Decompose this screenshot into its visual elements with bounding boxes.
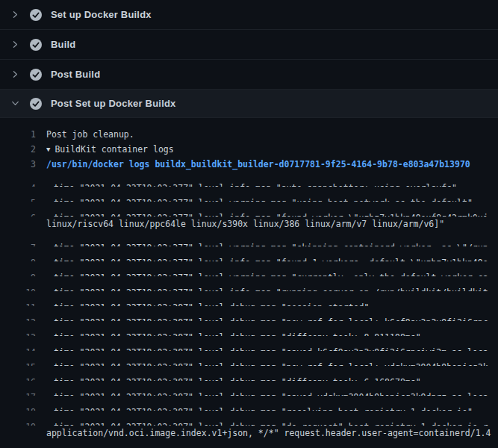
line-number[interactable]: 17 xyxy=(0,390,36,396)
chevron-right-icon xyxy=(9,10,21,19)
line-number[interactable]: 18 xyxy=(0,405,36,411)
line-number[interactable]: 14 xyxy=(0,345,36,351)
log-line: 1Post job cleanup. xyxy=(0,127,498,142)
step-label: Build xyxy=(51,39,76,50)
log-line: 10time="2021-04-23T18:02:37Z" level=info… xyxy=(0,276,498,291)
line-number[interactable]: 7 xyxy=(0,240,36,246)
chevron-right-icon xyxy=(9,40,21,49)
log-line: 6time="2021-04-23T18:02:37Z" level=info … xyxy=(0,202,498,217)
log-text: Post job cleanup. xyxy=(46,127,498,142)
log-line: 16time="2021-04-23T18:02:38Z" level=debu… xyxy=(0,366,498,381)
log-line: 5time="2021-04-23T18:02:37Z" level=warni… xyxy=(0,187,498,202)
line-number[interactable]: 15 xyxy=(0,360,36,366)
log-line: 18time="2021-04-23T18:02:38Z" level=debu… xyxy=(0,396,498,411)
line-number[interactable]: 4 xyxy=(0,181,36,187)
line-number[interactable]: 1 xyxy=(0,127,36,142)
line-number xyxy=(0,217,36,231)
log-text: time="2021-04-23T18:02:37Z" level=info m… xyxy=(46,211,498,217)
log-line: 7time="2021-04-23T18:02:37Z" level=warni… xyxy=(0,231,498,246)
log-area: 1Post job cleanup.2▼BuildKit container l… xyxy=(0,118,498,448)
step-row-set-up-docker-buildx[interactable]: Set up Docker Buildx xyxy=(0,0,498,30)
log-text: time="2021-04-23T18:02:38Z" level=debug … xyxy=(46,300,498,306)
step-list: Set up Docker BuildxBuildPost BuildPost … xyxy=(0,0,498,118)
log-line: 13time="2021-04-23T18:02:38Z" level=debu… xyxy=(0,321,498,336)
line-number xyxy=(0,426,36,441)
line-number[interactable]: 8 xyxy=(0,255,36,261)
step-label: Post Set up Docker Buildx xyxy=(51,98,176,109)
line-number[interactable]: 2 xyxy=(0,142,36,157)
log-text: time="2021-04-23T18:02:37Z" level=info m… xyxy=(46,285,498,291)
log-text: time="2021-04-23T18:02:38Z" level=debug … xyxy=(46,315,498,321)
log-text: time="2021-04-23T18:02:37Z" level=warnin… xyxy=(46,270,498,276)
step-row-build[interactable]: Build xyxy=(0,30,498,60)
line-number[interactable]: 13 xyxy=(0,330,36,336)
step-label: Post Build xyxy=(51,69,100,80)
log-line: application/vnd.oci.image.index.v1+json,… xyxy=(0,426,498,441)
line-number[interactable]: 11 xyxy=(0,300,36,306)
log-text: linux/riscv64 linux/ppc64le linux/s390x … xyxy=(46,217,498,231)
log-text: time="2021-04-23T18:02:38Z" level=debug … xyxy=(46,390,498,396)
log-line: 14time="2021-04-23T18:02:38Z" level=debu… xyxy=(0,336,498,351)
log-line: 19time="2021-04-23T18:02:38Z" level=debu… xyxy=(0,411,498,426)
log-text: time="2021-04-23T18:02:38Z" level=debug … xyxy=(46,330,498,336)
log-line: 20time="2021-04-23T18:02:38Z" level=debu… xyxy=(0,441,498,448)
line-number[interactable]: 5 xyxy=(0,196,36,202)
line-number[interactable]: 19 xyxy=(0,420,36,426)
step-label: Set up Docker Buildx xyxy=(51,9,152,20)
log-line: 3/usr/bin/docker logs buildx_buildkit_bu… xyxy=(0,157,498,172)
line-number[interactable]: 10 xyxy=(0,285,36,291)
log-text: ▼BuildKit container logs xyxy=(46,142,498,157)
line-number[interactable]: 3 xyxy=(0,157,36,172)
log-text: time="2021-04-23T18:02:37Z" level=info m… xyxy=(46,255,498,261)
check-circle-icon xyxy=(30,9,42,21)
chevron-right-icon xyxy=(9,70,21,78)
log-text: time="2021-04-23T18:02:38Z" level=debug … xyxy=(46,345,498,351)
step-row-post-set-up-docker-buildx[interactable]: Post Set up Docker Buildx xyxy=(0,90,498,118)
log-line: 12time="2021-04-23T18:02:38Z" level=debu… xyxy=(0,306,498,321)
line-number[interactable]: 12 xyxy=(0,315,36,321)
log-group-row[interactable]: 2▼BuildKit container logs xyxy=(0,142,498,157)
log-line: 9time="2021-04-23T18:02:37Z" level=warni… xyxy=(0,261,498,276)
log-text: time="2021-04-23T18:02:37Z" level=info m… xyxy=(46,181,498,187)
step-row-post-build[interactable]: Post Build xyxy=(0,60,498,90)
check-circle-icon xyxy=(30,39,42,51)
log-line: 15time="2021-04-23T18:02:38Z" level=debu… xyxy=(0,351,498,366)
log-text: time="2021-04-23T18:02:38Z" level=debug … xyxy=(46,375,498,381)
log-text: time="2021-04-23T18:02:37Z" level=warnin… xyxy=(46,240,498,246)
line-number[interactable]: 16 xyxy=(0,375,36,381)
line-number[interactable]: 9 xyxy=(0,270,36,276)
log-line: 17time="2021-04-23T18:02:38Z" level=debu… xyxy=(0,381,498,396)
check-circle-icon xyxy=(30,69,42,81)
check-circle-icon xyxy=(30,98,42,110)
command-text: /usr/bin/docker logs buildx_buildkit_bui… xyxy=(46,157,498,172)
triangle-down-icon: ▼ xyxy=(46,146,50,153)
log-line: 8time="2021-04-23T18:02:37Z" level=info … xyxy=(0,246,498,261)
log-text: time="2021-04-23T18:02:38Z" level=debug … xyxy=(46,405,498,411)
group-label: BuildKit container logs xyxy=(55,144,173,155)
log-text: application/vnd.oci.image.index.v1+json,… xyxy=(46,426,498,441)
log-text: time="2021-04-23T18:02:38Z" level=debug … xyxy=(46,420,498,426)
log-text: time="2021-04-23T18:02:37Z" level=warnin… xyxy=(46,196,498,202)
log-line: 11time="2021-04-23T18:02:38Z" level=debu… xyxy=(0,291,498,306)
workflow-log-viewer: Set up Docker BuildxBuildPost BuildPost … xyxy=(0,0,498,448)
log-line: 4time="2021-04-23T18:02:37Z" level=info … xyxy=(0,172,498,187)
log-text: time="2021-04-23T18:02:38Z" level=debug … xyxy=(46,360,498,366)
log-line: linux/riscv64 linux/ppc64le linux/s390x … xyxy=(0,217,498,231)
chevron-down-icon xyxy=(9,99,21,108)
line-number[interactable]: 6 xyxy=(0,211,36,217)
